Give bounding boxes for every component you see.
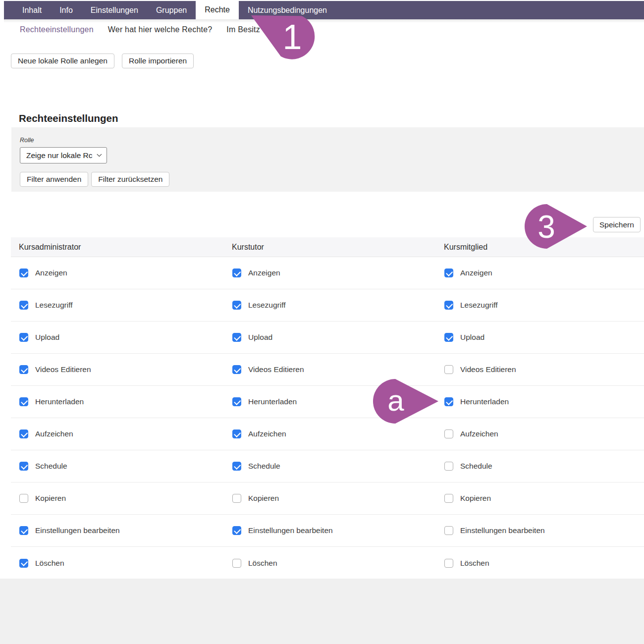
cell-kursmitglied-kopieren: Kopieren	[436, 483, 644, 514]
table-row-videos-editieren: Videos EditierenVideos EditierenVideos E…	[11, 354, 644, 386]
checkbox-label: Aufzeichen	[248, 429, 286, 438]
checkbox-kurstutor-herunterladen[interactable]	[232, 397, 241, 406]
cell-kurstutor-anzeigen: Anzeigen	[224, 257, 436, 289]
cell-kursadministrator-videos-editieren: Videos Editieren	[11, 354, 224, 385]
checkbox-label: Lesezugriff	[248, 301, 286, 310]
table-header: Kursadministrator Kurstutor Kursmitglied	[11, 237, 644, 257]
checkbox-label: Upload	[248, 333, 272, 342]
table-row-kopieren: KopierenKopierenKopieren	[11, 483, 644, 515]
top-navigation: Inhalt Info Einstellungen Gruppen Rechte…	[4, 1, 644, 19]
apply-filter-button[interactable]: Filter anwenden	[20, 172, 88, 187]
subtab-wer-hat-rechte[interactable]: Wer hat hier welche Rechte?	[108, 25, 213, 34]
tab-nutzungsbedingungen[interactable]: Nutzungsbedingungen	[239, 1, 336, 19]
filter-panel: Rolle Zeige nur lokale Rc Filter anwende…	[11, 127, 644, 192]
page-footer	[0, 579, 644, 644]
cell-kursmitglied-aufzeichen: Aufzeichen	[436, 418, 644, 450]
page-title: Rechteeinstellungen	[19, 112, 118, 124]
cell-kurstutor-schedule: Schedule	[224, 450, 436, 482]
checkbox-kursadministrator-kopieren[interactable]	[19, 494, 28, 503]
checkbox-kurstutor-videos-editieren[interactable]	[232, 365, 241, 374]
checkbox-label: Lesezugriff	[35, 301, 73, 310]
checkbox-kursadministrator-schedule[interactable]	[19, 462, 28, 471]
cell-kursadministrator-kopieren: Kopieren	[11, 483, 224, 514]
tab-rechte[interactable]: Rechte	[196, 0, 239, 19]
checkbox-kursadministrator-einstellungen-bearbeiten[interactable]	[19, 526, 28, 535]
cell-kurstutor-aufzeichen: Aufzeichen	[224, 418, 436, 450]
cell-kursmitglied-l-schen: Löschen	[436, 547, 644, 579]
checkbox-kursadministrator-videos-editieren[interactable]	[19, 365, 28, 374]
callout-1-label: 1	[283, 18, 302, 56]
checkbox-kursmitglied-einstellungen-bearbeiten[interactable]	[444, 526, 453, 535]
checkbox-kurstutor-schedule[interactable]	[232, 462, 241, 471]
cell-kursadministrator-einstellungen-bearbeiten: Einstellungen bearbeiten	[11, 515, 224, 546]
cell-kurstutor-kopieren: Kopieren	[224, 483, 436, 514]
checkbox-label: Videos Editieren	[460, 365, 516, 374]
checkbox-kursmitglied-l-schen[interactable]	[444, 559, 453, 568]
checkbox-kursmitglied-upload[interactable]	[444, 333, 453, 342]
cell-kursadministrator-herunterladen: Herunterladen	[11, 386, 224, 418]
checkbox-kursmitglied-kopieren[interactable]	[444, 494, 453, 503]
checkbox-kurstutor-l-schen[interactable]	[232, 559, 241, 568]
table-row-upload: UploadUploadUpload	[11, 322, 644, 354]
checkbox-kursmitglied-videos-editieren[interactable]	[444, 365, 453, 374]
cell-kursadministrator-anzeigen: Anzeigen	[11, 257, 224, 289]
cell-kursmitglied-upload: Upload	[436, 322, 644, 353]
checkbox-kursadministrator-herunterladen[interactable]	[19, 397, 28, 406]
checkbox-label: Aufzeichen	[460, 429, 498, 438]
cell-kursadministrator-l-schen: Löschen	[11, 547, 224, 579]
checkbox-kursadministrator-aufzeichen[interactable]	[19, 429, 28, 438]
subtab-im-besitz[interactable]: Im Besitz	[226, 25, 260, 34]
checkbox-kursmitglied-aufzeichen[interactable]	[444, 429, 453, 438]
tab-info[interactable]: Info	[51, 1, 82, 19]
table-row-schedule: ScheduleScheduleSchedule	[11, 450, 644, 483]
checkbox-label: Anzeigen	[248, 268, 280, 277]
checkbox-kursmitglied-herunterladen[interactable]	[444, 397, 453, 406]
role-select[interactable]: Zeige nur lokale Rc	[20, 147, 107, 163]
checkbox-kursadministrator-anzeigen[interactable]	[19, 268, 28, 277]
save-button[interactable]: Speichern	[593, 217, 641, 232]
cell-kursmitglied-lesezugriff: Lesezugriff	[436, 289, 644, 321]
checkbox-kursadministrator-l-schen[interactable]	[19, 559, 28, 568]
cell-kurstutor-videos-editieren: Videos Editieren	[224, 354, 436, 385]
checkbox-label: Lesezugriff	[460, 301, 498, 310]
column-header-kurstutor: Kurstutor	[224, 243, 436, 252]
checkbox-kursmitglied-schedule[interactable]	[444, 462, 453, 471]
cell-kurstutor-lesezugriff: Lesezugriff	[224, 289, 436, 321]
checkbox-kurstutor-kopieren[interactable]	[232, 494, 241, 503]
checkbox-label: Schedule	[248, 462, 280, 471]
cell-kursmitglied-anzeigen: Anzeigen	[436, 257, 644, 289]
tab-inhalt[interactable]: Inhalt	[13, 1, 51, 19]
checkbox-label: Upload	[35, 333, 59, 342]
checkbox-label: Aufzeichen	[35, 429, 73, 438]
checkbox-kurstutor-anzeigen[interactable]	[232, 268, 241, 277]
table-row-anzeigen: AnzeigenAnzeigenAnzeigen	[11, 257, 644, 289]
tab-einstellungen[interactable]: Einstellungen	[82, 1, 147, 19]
checkbox-label: Löschen	[248, 559, 277, 568]
table-row-herunterladen: HerunterladenHerunterladenHerunterladen	[11, 386, 644, 418]
checkbox-kurstutor-lesezugriff[interactable]	[232, 301, 241, 310]
cell-kursmitglied-schedule: Schedule	[436, 450, 644, 482]
checkbox-label: Löschen	[460, 559, 489, 568]
checkbox-kursmitglied-anzeigen[interactable]	[444, 268, 453, 277]
import-role-button[interactable]: Rolle importieren	[122, 54, 194, 68]
cell-kursadministrator-lesezugriff: Lesezugriff	[11, 289, 224, 321]
checkbox-kursmitglied-lesezugriff[interactable]	[444, 301, 453, 310]
checkbox-kurstutor-aufzeichen[interactable]	[232, 429, 241, 438]
new-local-role-button[interactable]: Neue lokale Rolle anlegen	[11, 54, 114, 68]
table-row-aufzeichen: AufzeichenAufzeichenAufzeichen	[11, 418, 644, 450]
chevron-down-icon	[97, 152, 102, 157]
checkbox-kursadministrator-lesezugriff[interactable]	[19, 301, 28, 310]
tab-gruppen[interactable]: Gruppen	[147, 1, 196, 19]
checkbox-kurstutor-einstellungen-bearbeiten[interactable]	[232, 526, 241, 535]
checkbox-label: Kopieren	[35, 494, 66, 503]
cell-kursadministrator-upload: Upload	[11, 322, 224, 353]
role-select-value: Zeige nur lokale Rc	[26, 151, 97, 160]
table-row-lesezugriff: LesezugriffLesezugriffLesezugriff	[11, 289, 644, 322]
checkbox-label: Einstellungen bearbeiten	[460, 526, 545, 535]
subtab-rechteeinstellungen[interactable]: Rechteeinstellungen	[20, 25, 94, 34]
checkbox-kurstutor-upload[interactable]	[232, 333, 241, 342]
table-row-einstellungen-bearbeiten: Einstellungen bearbeitenEinstellungen be…	[11, 515, 644, 547]
cell-kurstutor-upload: Upload	[224, 322, 436, 353]
reset-filter-button[interactable]: Filter zurücksetzen	[91, 172, 169, 187]
checkbox-kursadministrator-upload[interactable]	[19, 333, 28, 342]
